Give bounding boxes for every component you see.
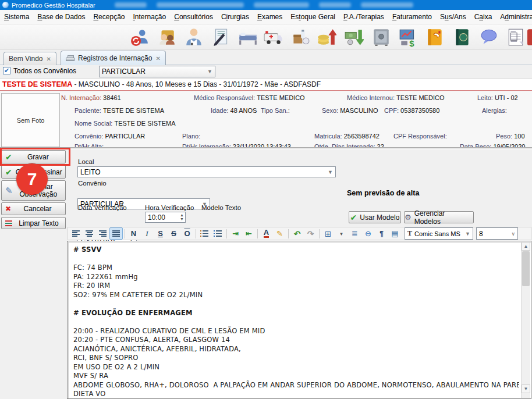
- chevron-down-icon: ▼: [328, 169, 333, 175]
- page-break-icon[interactable]: ⊖: [361, 227, 375, 240]
- scroll-down-icon[interactable]: ▼: [522, 384, 530, 393]
- convenio-filter-select[interactable]: PARTICULAR ▼: [99, 66, 215, 77]
- insert-table-icon[interactable]: ⊞: [321, 227, 335, 240]
- menu-estoque-geral[interactable]: Estoque Geral: [286, 10, 339, 23]
- redacted-text: [361, 2, 413, 8]
- spinner-arrows-icon[interactable]: ▲▼: [180, 213, 184, 221]
- menu-caixa[interactable]: Caixa: [470, 10, 496, 23]
- redo-icon[interactable]: ↷: [304, 227, 317, 240]
- rich-text-editor[interactable]: # SSVV FC: 74 BPMPA: 122X61 mmHgFR: 20 I…: [67, 241, 531, 399]
- doctor-icon[interactable]: [183, 27, 204, 48]
- field-alergias: Alergias:: [482, 107, 509, 114]
- menu-consultorios[interactable]: Consultórios: [170, 10, 217, 23]
- editor-line: DIETA VO: [73, 390, 519, 398]
- menu-sistema[interactable]: Sistema: [0, 10, 33, 23]
- pharmacy-stock-icon[interactable]: [289, 27, 310, 48]
- tab-close-icon[interactable]: ✕: [46, 56, 51, 62]
- hora-verificacao-spinner[interactable]: 10:00 ▲▼: [145, 212, 186, 223]
- menu-sus-ans[interactable]: Sus/Ans: [436, 10, 470, 23]
- patient-header: TESTE DE SISTEMA - MASCULINO - 48 Anos, …: [0, 78, 532, 91]
- highlight-icon[interactable]: ✎: [273, 227, 286, 240]
- editor-line: SO2: 97% EM CATETER DE O2 2L/MIN: [73, 291, 519, 300]
- window-title: Promedico Gestão Hospitalar: [12, 2, 95, 9]
- font-size-select[interactable]: 8 ∨: [476, 227, 518, 240]
- menu-base-de-dados[interactable]: Base de Dados: [33, 10, 89, 23]
- editor-line: FR: 20 IRM: [73, 282, 519, 291]
- app-icon: [2, 2, 9, 8]
- menu-exames[interactable]: Exames: [253, 10, 286, 23]
- cancelar-button[interactable]: ✖ Cancelar: [1, 202, 66, 215]
- usar-modelo-button[interactable]: ✔ Usar Modelo: [349, 211, 401, 223]
- safe-icon[interactable]: [371, 27, 392, 48]
- bullet-list-icon[interactable]: [211, 227, 225, 240]
- printer-icon: [66, 55, 75, 62]
- chat-icon[interactable]: [478, 27, 499, 48]
- underline-icon[interactable]: S: [154, 227, 167, 240]
- scrollbar-thumb[interactable]: [522, 251, 530, 286]
- save-text-icon[interactable]: ▤: [388, 227, 402, 240]
- overline-icon[interactable]: O: [180, 227, 194, 240]
- redacted-text: [157, 2, 244, 8]
- editor-scrollbar[interactable]: ▲ ▼: [521, 242, 530, 398]
- gravar-button[interactable]: ✔ Gravar: [1, 150, 66, 163]
- local-select[interactable]: LEITO ▼: [77, 166, 336, 177]
- align-center-icon[interactable]: [83, 227, 96, 240]
- tab-bem-vindo[interactable]: Bem Vindo ✕: [3, 52, 56, 65]
- ambulance-icon[interactable]: [263, 27, 283, 48]
- menu-recepcao[interactable]: Recepção: [89, 10, 129, 23]
- ledger-icon[interactable]: [452, 27, 473, 48]
- undo-icon[interactable]: ↶: [290, 227, 304, 240]
- field-idade: Idade:48 ANOS: [211, 107, 257, 114]
- scroll-up-icon[interactable]: ▲: [522, 242, 530, 251]
- paragraph-format-icon[interactable]: ≣: [348, 227, 361, 240]
- title-bar: Promedico Gestão Hospitalar: [0, 0, 532, 10]
- font-family-select[interactable]: T Comic Sans MS ▼: [405, 227, 473, 240]
- chevron-down-icon: ▼: [207, 69, 212, 74]
- align-right-icon[interactable]: [96, 227, 109, 240]
- menu-internacao[interactable]: Internação: [129, 10, 170, 23]
- hospital-bed-icon[interactable]: [237, 27, 258, 48]
- indent-increase-icon[interactable]: ⇥: [229, 227, 242, 240]
- finance-icon[interactable]: $: [398, 27, 418, 48]
- italic-icon[interactable]: I: [140, 227, 154, 240]
- local-label: Local: [78, 158, 94, 165]
- gerenciar-modelos-button[interactable]: ⚙ Gerenciar Modelos: [404, 211, 474, 223]
- table-caret-icon[interactable]: ▾: [335, 227, 348, 240]
- tab-registros-internacao[interactable]: Registros de Internação ✕: [61, 51, 166, 65]
- patients-group-icon[interactable]: [156, 27, 177, 48]
- redacted-text: [319, 2, 351, 8]
- numbered-list-icon[interactable]: [198, 227, 211, 240]
- pilcrow-icon[interactable]: ¶: [375, 227, 388, 240]
- field-cpf-responsavel: CPF Responsável:: [393, 133, 449, 140]
- modelo-texto-label: Modelo Texto: [201, 204, 241, 211]
- money-out-icon[interactable]: [343, 27, 364, 48]
- editor-line: ACIANÓTICA, ANICTÉRICA, AFEBRIL, HIDRATA…: [73, 345, 519, 354]
- indent-decrease-icon[interactable]: ⇤: [242, 227, 256, 240]
- menu-pa-terapias[interactable]: P.A./Terapias: [339, 10, 388, 23]
- partial-red-icon[interactable]: [527, 27, 532, 48]
- font-color-icon[interactable]: A: [260, 227, 273, 240]
- bold-icon[interactable]: N: [127, 227, 140, 240]
- menu-faturamento[interactable]: Faturamento: [388, 10, 436, 23]
- align-justify-icon[interactable]: [109, 227, 123, 240]
- limpar-texto-button[interactable]: Limpar Texto: [1, 217, 66, 229]
- align-left-icon[interactable]: [69, 227, 83, 240]
- tab-strip: Bem Vindo ✕ Registros de Internação ✕: [0, 50, 532, 65]
- editor-content[interactable]: # SSVV FC: 74 BPMPA: 122X61 mmHgFR: 20 I…: [73, 245, 519, 398]
- strikethrough-icon[interactable]: S: [167, 227, 180, 240]
- prescription-icon[interactable]: [210, 27, 231, 48]
- tab-close-icon[interactable]: ✕: [155, 55, 160, 62]
- sync-patients-icon[interactable]: [129, 27, 150, 48]
- menu-administracao[interactable]: Administração: [496, 10, 532, 23]
- menu-cirurgias[interactable]: Cirurgias: [217, 10, 253, 23]
- report-icon[interactable]: [505, 27, 526, 48]
- phonebook-icon[interactable]: [424, 27, 445, 48]
- field-tipo-sanguineo: Tipo San.:: [261, 107, 292, 114]
- hora-verificacao-value: 10:00: [148, 213, 165, 222]
- todos-convenios-checkbox[interactable]: ✔: [3, 67, 10, 74]
- filter-row: ✔ Todos os Convênios PARTICULAR ▼: [0, 65, 532, 78]
- patient-details: - MASCULINO - 48 Anos, 10 Meses e 15 Dia…: [72, 80, 321, 88]
- stock-entry-icon[interactable]: [316, 27, 337, 48]
- data-verificacao-label: Data Verificação: [78, 204, 127, 211]
- toolbar-separator: [257, 229, 258, 238]
